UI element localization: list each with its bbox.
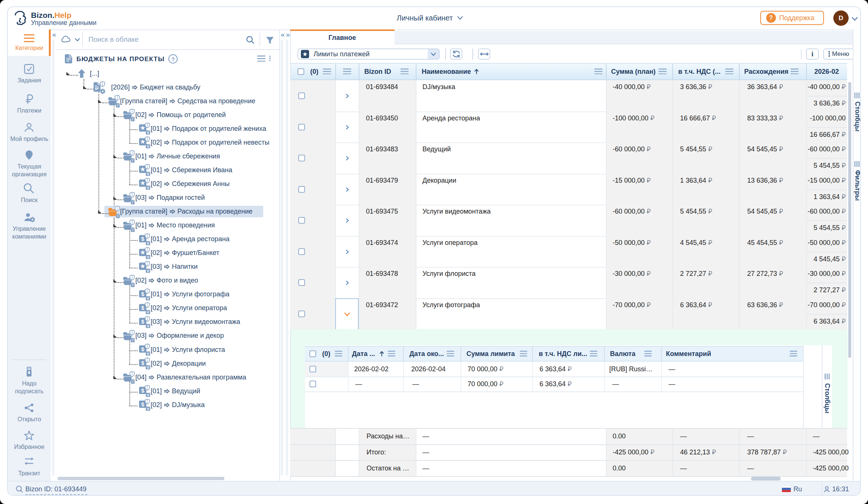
svg-text:$: $ [141, 305, 144, 311]
svg-text:$: $ [141, 236, 144, 242]
svg-text:$: $ [141, 291, 144, 297]
svg-text:$: $ [141, 346, 144, 352]
svg-text:$: $ [141, 388, 144, 394]
svg-text:$: $ [141, 318, 144, 324]
svg-text:$: $ [141, 401, 144, 407]
svg-text:$: $ [141, 360, 144, 366]
svg-text:?: ? [171, 56, 174, 62]
